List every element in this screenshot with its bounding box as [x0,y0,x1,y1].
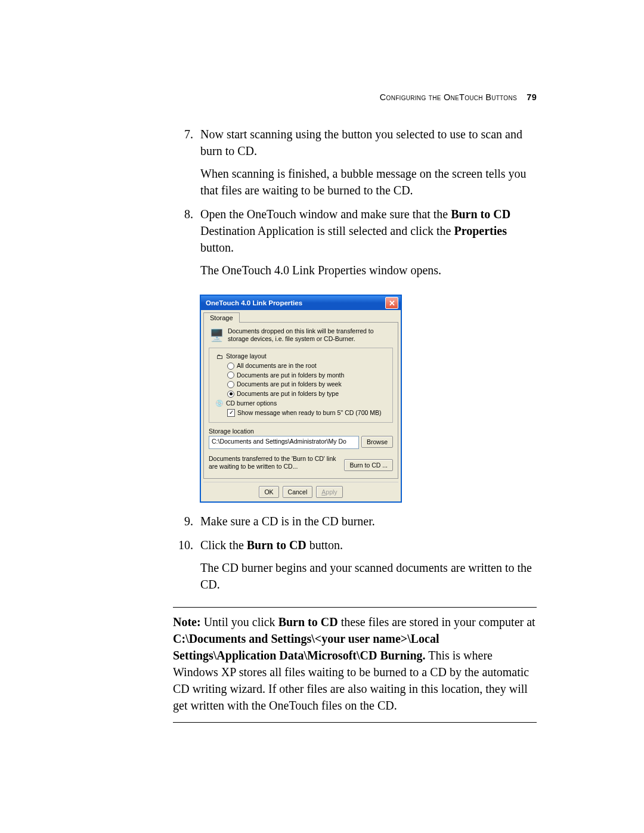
cd-options-label: CD burner options [226,399,277,408]
burn-to-cd-button[interactable]: Burn to CD ... [344,459,393,471]
divider [173,722,537,723]
section-title: Configuring the OneTouch Buttons [380,92,517,102]
step-8-p1: Open the OneTouch window and make sure t… [200,206,537,256]
radio-week-label: Documents are put in folders by week [237,380,342,389]
dialog-title: OneTouch 4.0 Link Properties [206,299,385,306]
link-properties-dialog: OneTouch 4.0 Link Properties ✕ Storage 🖥… [200,295,401,502]
radio-month-label: Documents are put in folders by month [237,371,344,380]
step-9: 9. Make sure a CD is in the CD burner. [173,513,537,535]
step-number: 10. [173,537,200,599]
cd-options-icon: 💿 [215,400,224,408]
storage-device-icon: 🖥️ [209,327,224,343]
storage-layout-label: Storage layout [226,352,267,361]
storage-location-label: Storage location [209,428,393,435]
step-10-p1: Click the Burn to CD button. [200,537,537,553]
step-7-p2: When scanning is finished, a bubble mess… [200,165,537,199]
note-block: Note: Until you click Burn to CD these f… [173,614,537,714]
dialog-info-text: Documents dropped on this link will be t… [228,327,393,342]
step-9-p1: Make sure a CD is in the CD burner. [200,513,537,529]
note-label: Note: [173,615,201,628]
step-7-p1: Now start scanning using the button you … [200,126,537,159]
cancel-button[interactable]: Cancel [283,486,313,498]
radio-month[interactable] [227,371,234,379]
folder-tree-icon: 🗀 [215,352,224,361]
checkbox-show-message-label: Show message when ready to burn 5'' CD (… [237,408,382,418]
radio-root[interactable] [227,363,234,370]
step-number: 9. [173,513,200,535]
dialog-screenshot: OneTouch 4.0 Link Properties ✕ Storage 🖥… [200,295,537,502]
radio-root-label: All documents are in the root [237,361,317,371]
radio-week[interactable] [227,381,234,388]
storage-layout-group: 🗀 Storage layout All documents are in th… [209,348,393,423]
step-8-p2: The OneTouch 4.0 Link Properties window … [200,262,537,278]
radio-type[interactable] [227,391,234,398]
tab-storage[interactable]: Storage [203,312,240,323]
step-10-p2: The CD burner begins and your scanned do… [200,559,537,593]
browse-button[interactable]: Browse [361,436,393,448]
dialog-titlebar: OneTouch 4.0 Link Properties ✕ [201,296,401,310]
storage-location-input[interactable]: C:\Documents and Settings\Administrator\… [209,436,359,449]
step-10: 10. Click the Burn to CD button. The CD … [173,537,537,599]
ok-button[interactable]: OK [259,486,278,498]
page-header: Configuring the OneTouch Buttons 79 [173,92,537,102]
apply-button[interactable]: Apply [316,486,342,498]
page-number: 79 [527,92,537,102]
step-number: 8. [173,206,200,284]
step-number: 7. [173,126,200,205]
burn-waiting-text: Documents transferred to the 'Burn to CD… [209,455,340,470]
step-7: 7. Now start scanning using the button y… [173,126,537,205]
divider [173,607,537,608]
radio-type-label: Documents are put in folders by type [237,389,339,399]
checkbox-show-message[interactable]: ✓ [227,409,235,417]
close-icon[interactable]: ✕ [385,297,398,309]
step-8: 8. Open the OneTouch window and make sur… [173,206,537,284]
